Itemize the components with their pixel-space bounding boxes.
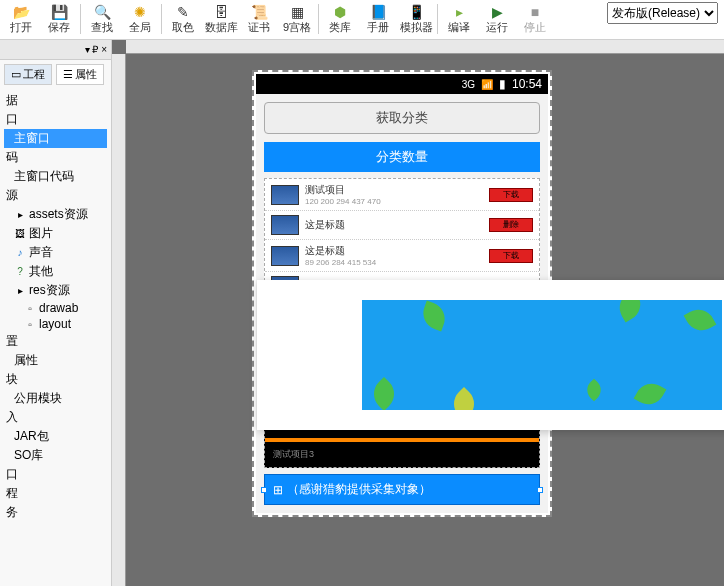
item-title: 这是标题: [305, 218, 483, 232]
stop-icon: ■: [527, 4, 543, 20]
book-icon: 📘: [370, 4, 386, 20]
save-button[interactable]: 💾保存: [40, 0, 78, 38]
tab-properties[interactable]: ☰属性: [56, 64, 104, 85]
ninegrid-button[interactable]: ▦9宫格: [278, 0, 316, 38]
tree-item-so[interactable]: SO库: [4, 446, 107, 465]
leaf-icon: [614, 300, 647, 322]
tree-item-layout[interactable]: ▫layout: [4, 316, 107, 332]
avatar: [271, 185, 299, 205]
image-icon: 🖼: [14, 228, 26, 240]
save-icon: 💾: [51, 4, 67, 20]
find-button[interactable]: 🔍查找: [83, 0, 121, 38]
cert-button[interactable]: 📜证书: [240, 0, 278, 38]
eyedropper-icon: ✎: [175, 4, 191, 20]
design-canvas[interactable]: 3G 📶 ▮ 10:54 获取分类 分类数量 测试项目120 200 294 4…: [112, 40, 724, 586]
resize-handle-left[interactable]: [261, 487, 267, 493]
manual-button[interactable]: 📘手册: [359, 0, 397, 38]
overlay-panel: [257, 280, 724, 430]
lib-button[interactable]: ⬢类库: [321, 0, 359, 38]
project-tree: 据 口 主窗口 码 主窗口代码 源 ▸assets资源 🖼图片 ♪声音 ?其他 …: [0, 89, 111, 524]
tree-item[interactable]: 源: [4, 186, 107, 205]
tab-project[interactable]: ▭工程: [4, 64, 52, 85]
play-icon: ▶: [489, 4, 505, 20]
tree-item[interactable]: 务: [4, 503, 107, 522]
stop-button[interactable]: ■停止: [516, 0, 554, 38]
certificate-icon: 📜: [251, 4, 267, 20]
database-button[interactable]: 🗄数据库: [202, 0, 240, 38]
main-toolbar: 📂打开 💾保存 🔍查找 ✺全局 ✎取色 🗄数据库 📜证书 ▦9宫格 ⬢类库 📘手…: [0, 0, 724, 40]
tree-item[interactable]: 口: [4, 465, 107, 484]
phone-icon: 📱: [408, 4, 424, 20]
get-category-button[interactable]: 获取分类: [264, 102, 540, 134]
grid-icon: ▦: [289, 4, 305, 20]
file-icon: ▫: [24, 302, 36, 314]
list-item[interactable]: 这是标题89 206 284 415 534下载: [265, 240, 539, 272]
status-time: 10:54: [512, 77, 542, 91]
banner-image: [362, 300, 722, 410]
tree-item-jar[interactable]: JAR包: [4, 427, 107, 446]
globe-icon: ✺: [132, 4, 148, 20]
item-title: 测试项目: [305, 183, 483, 197]
folder-icon: ▸: [14, 209, 26, 221]
file-icon: ▫: [24, 318, 36, 330]
selected-footer-label[interactable]: ⊞ （感谢猎豹提供采集对象）: [264, 474, 540, 505]
tree-item-other[interactable]: ?其他: [4, 262, 107, 281]
tree-item-main-window[interactable]: 主窗口: [4, 129, 107, 148]
sidebar-header[interactable]: ▾ ₽ ×: [0, 40, 111, 60]
tree-item[interactable]: 口: [4, 110, 107, 129]
props-icon: ☰: [63, 68, 73, 81]
tree-item-sound[interactable]: ♪声音: [4, 243, 107, 262]
tree-item[interactable]: 据: [4, 91, 107, 110]
tree-item-image[interactable]: 🖼图片: [4, 224, 107, 243]
avatar: [271, 246, 299, 266]
tree-item[interactable]: 码: [4, 148, 107, 167]
tree-item[interactable]: 置: [4, 332, 107, 351]
leaf-icon: [447, 387, 481, 410]
item-action-button[interactable]: 下载: [489, 249, 533, 263]
compile-icon: ▸: [451, 4, 467, 20]
tree-item[interactable]: 属性: [4, 351, 107, 370]
tree-item[interactable]: 程: [4, 484, 107, 503]
item-title: 这是标题: [305, 244, 483, 258]
leaf-icon: [634, 378, 667, 410]
list-item[interactable]: 测试项目3: [265, 444, 539, 465]
item-action-button[interactable]: 删除: [489, 218, 533, 232]
compile-button[interactable]: ▸编译: [440, 0, 478, 38]
search-icon: 🔍: [94, 4, 110, 20]
item-action-button[interactable]: 下载: [489, 188, 533, 202]
global-button[interactable]: ✺全局: [121, 0, 159, 38]
open-button[interactable]: 📂打开: [2, 0, 40, 38]
list-item[interactable]: 测试项目120 200 294 437 470下载: [265, 179, 539, 211]
run-button[interactable]: ▶运行: [478, 0, 516, 38]
tree-item[interactable]: 块: [4, 370, 107, 389]
leaf-icon: [684, 304, 717, 337]
android-icon: ⬢: [332, 4, 348, 20]
resize-handle-right[interactable]: [537, 487, 543, 493]
tree-item[interactable]: 入: [4, 408, 107, 427]
progress-bar: [265, 438, 539, 442]
color-picker-button[interactable]: ✎取色: [164, 0, 202, 38]
handle-icon: ⊞: [273, 483, 283, 497]
ruler-vertical: [112, 54, 126, 586]
leaf-icon: [367, 377, 401, 410]
project-icon: ▭: [11, 68, 21, 81]
category-count-header: 分类数量: [264, 142, 540, 172]
tree-item[interactable]: 主窗口代码: [4, 167, 107, 186]
list-item[interactable]: 这是标题删除: [265, 211, 539, 240]
emulator-button[interactable]: 📱模拟器: [397, 0, 435, 38]
build-type-select[interactable]: 发布版(Release): [607, 2, 718, 24]
folder-icon: ▸: [14, 285, 26, 297]
signal-bars-icon: 📶: [481, 79, 493, 90]
separator: [318, 4, 319, 34]
help-icon: ?: [14, 266, 26, 278]
tree-item-assets[interactable]: ▸assets资源: [4, 205, 107, 224]
leaf-icon: [419, 301, 450, 332]
battery-icon: ▮: [499, 77, 506, 91]
sidebar: ▾ ₽ × ▭工程 ☰属性 据 口 主窗口 码 主窗口代码 源 ▸assets资…: [0, 40, 112, 586]
avatar: [271, 215, 299, 235]
separator: [80, 4, 81, 34]
tree-item-drawable[interactable]: ▫drawab: [4, 300, 107, 316]
tree-item[interactable]: 公用模块: [4, 389, 107, 408]
tree-item-res[interactable]: ▸res资源: [4, 281, 107, 300]
signal-3g-icon: 3G: [462, 79, 475, 90]
